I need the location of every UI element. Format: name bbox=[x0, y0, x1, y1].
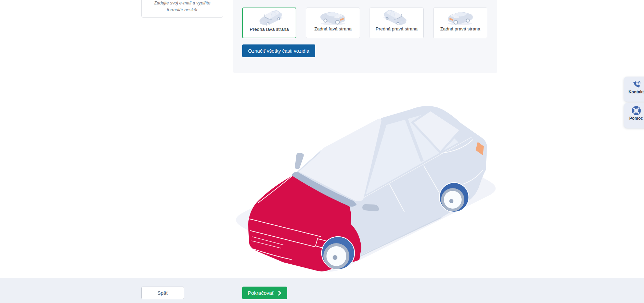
select-all-parts-button[interactable]: Označiť všetky časti vozidla bbox=[242, 44, 315, 57]
phone-icon bbox=[632, 80, 641, 89]
damage-report-page: Zadajte svoj e-mail a vyplňte formulár n… bbox=[0, 0, 644, 303]
email-reminder-text-line2: formulár neskôr bbox=[142, 6, 223, 13]
back-button[interactable]: Späť bbox=[141, 287, 184, 299]
car-rear-right-icon bbox=[434, 10, 487, 26]
tile-front-right-side[interactable]: Predná pravá strana bbox=[370, 8, 424, 38]
tile-rear-left-side[interactable]: Zadná ľavá strana bbox=[306, 8, 360, 38]
footer-bar: Späť Pokračovať bbox=[0, 278, 644, 303]
car-rear-left-icon bbox=[306, 10, 360, 26]
continue-button[interactable]: Pokračovať bbox=[242, 287, 287, 299]
email-reminder-card[interactable]: Zadajte svoj e-mail a vyplňte formulár n… bbox=[141, 0, 223, 18]
tile-rear-right-side[interactable]: Zadná pravá strana bbox=[433, 8, 487, 38]
tile-label: Predná ľavá strana bbox=[243, 27, 296, 32]
lifebuoy-icon bbox=[632, 106, 641, 115]
tile-label: Predná pravá strana bbox=[370, 26, 423, 31]
email-reminder-text-line1: Zadajte svoj e-mail a vyplňte bbox=[142, 0, 223, 6]
tile-label: Zadná ľavá strana bbox=[306, 26, 360, 31]
arrow-right-icon bbox=[278, 291, 282, 295]
help-button[interactable]: Pomoc bbox=[624, 103, 644, 128]
car-front-left-icon bbox=[243, 10, 296, 26]
contact-button[interactable]: Kontakt bbox=[624, 77, 644, 102]
car-front-right-icon bbox=[370, 10, 423, 26]
continue-label: Pokračovať bbox=[248, 290, 274, 296]
vehicle-damage-diagram[interactable] bbox=[202, 103, 503, 280]
vehicle-side-selector-panel: Predná ľavá strana Zadná ľavá strana Pre… bbox=[233, 0, 497, 73]
contact-label: Kontakt bbox=[624, 90, 644, 94]
tile-front-left-side[interactable]: Predná ľavá strana bbox=[242, 8, 296, 38]
tile-label: Zadná pravá strana bbox=[434, 26, 487, 31]
help-label: Pomoc bbox=[624, 116, 644, 121]
